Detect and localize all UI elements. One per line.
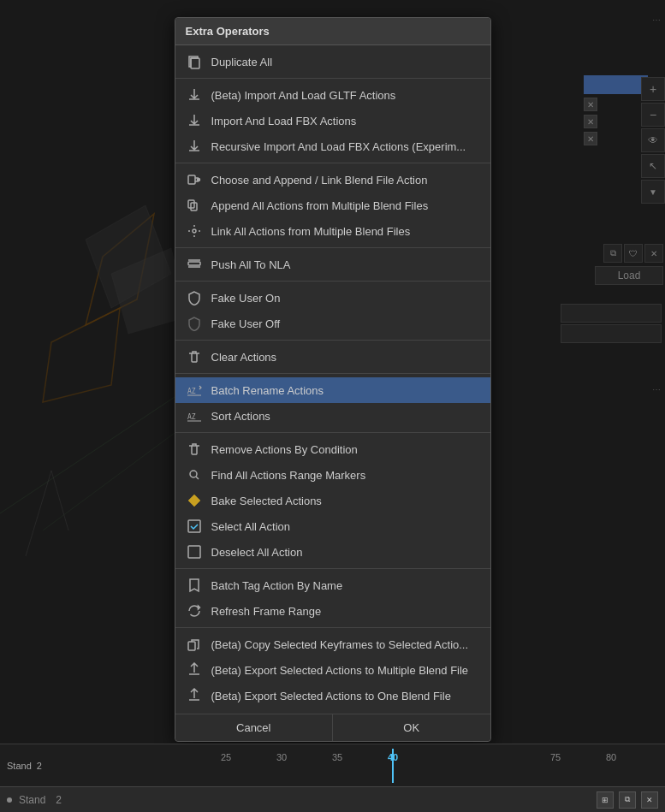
ok-button[interactable]: OK [333,714,490,741]
menu-item-recursive-fbx-label: Recursive Import And Load FBX Actions (E… [211,140,480,153]
divider-5 [175,340,490,341]
menu-item-duplicate-all-label: Duplicate All [211,56,480,68]
menu-item-fake-user-off[interactable]: Fake User Off [175,311,490,336]
tl-marker-30: 30 [276,752,287,762]
link-icon [186,222,203,240]
menu-item-refresh-frame-range-label: Refresh Frame Range [211,605,480,618]
menu-item-clear-actions[interactable]: Clear Actions [175,344,490,370]
menu-item-find-range-markers[interactable]: Find All Actions Range Markers [175,462,490,488]
menu-item-select-all[interactable]: Select All Action [175,513,490,539]
status-action-name: Stand [19,794,45,806]
bookmark-icon [186,577,203,594]
az-sort-icon: AZ [186,407,203,424]
refresh-icon [186,602,203,619]
svg-rect-22 [188,546,200,558]
tl-marker-75: 75 [550,752,561,762]
menu-item-push-nla-label: Push All To NLA [211,258,480,271]
menu-item-beta-copy-kf-label: (Beta) Copy Selected Keyframes to Select… [211,638,480,651]
menu-item-bake-selected[interactable]: Bake Selected Actions [175,488,490,513]
menu-item-select-all-label: Select All Action [211,520,480,533]
modal-overlay: Extra Operators Duplicate All [0,0,665,812]
timeline-numbers[interactable]: 25 30 35 40 75 80 [221,749,658,783]
export-multi-icon [186,661,203,679]
import-gltf-icon [186,86,203,104]
menu-item-choose-append[interactable]: Choose and Append / Link Blend File Acti… [175,167,490,193]
trash-icon [186,348,203,365]
status-frame: 2 [56,794,62,806]
shield-on-icon [186,289,203,306]
append-icon [186,171,203,188]
cancel-button[interactable]: Cancel [175,714,334,741]
menu-item-bake-selected-label: Bake Selected Actions [211,495,480,507]
menu-item-clear-actions-label: Clear Actions [211,351,480,364]
shield-off-icon [186,315,203,332]
svg-rect-14 [188,262,200,265]
bottom-expand-btn[interactable]: ⧉ [619,791,636,809]
menu-item-beta-gltf-label: (Beta) Import And Load GLTF Actions [211,89,480,102]
remove-condition-icon [186,441,203,458]
find-markers-icon [186,466,203,483]
tl-marker-25: 25 [221,752,231,762]
menu-item-link-all-label: Link All Actions from Multiple Blend Fil… [211,225,480,238]
menu-item-append-all-label: Append All Actions from Multiple Blend F… [211,199,480,212]
menu-item-refresh-frame-range[interactable]: Refresh Frame Range [175,598,490,624]
svg-marker-20 [188,495,200,507]
recursive-import-icon [186,138,203,155]
bottom-close-btn[interactable]: ✕ [641,791,658,809]
menu-item-beta-copy-kf[interactable]: (Beta) Copy Selected Keyframes to Select… [175,631,490,657]
menu-item-fake-user-on-label: Fake User On [211,292,480,305]
timeline-area[interactable]: Stand 2 25 30 35 40 75 80 [0,744,665,786]
menu-item-batch-tag[interactable]: Batch Tag Action By Name [175,572,490,598]
divider-7 [175,432,490,433]
status-dot [7,797,12,803]
menu-item-import-fbx-label: Import And Load FBX Actions [211,115,480,127]
divider-1 [175,78,490,79]
menu-item-fake-user-on[interactable]: Fake User On [175,285,490,311]
menu-item-beta-gltf[interactable]: (Beta) Import And Load GLTF Actions [175,82,490,108]
menu-item-beta-export-multi[interactable]: (Beta) Export Selected Actions to Multip… [175,657,490,683]
svg-rect-23 [188,642,195,650]
menu-item-batch-rename-label: Batch Rename Actions [211,384,480,397]
bottom-right-icons: ⊞ ⧉ ✕ [597,791,658,809]
menu-item-recursive-fbx[interactable]: Recursive Import And Load FBX Actions (E… [175,133,490,159]
menu-item-import-fbx[interactable]: Import And Load FBX Actions [175,108,490,133]
export-one-icon [186,687,203,704]
menu-item-batch-rename[interactable]: AZ Batch Rename Actions [175,377,490,403]
svg-rect-10 [188,175,195,184]
menu-item-choose-append-label: Choose and Append / Link Blend File Acti… [211,174,480,187]
copy-icon [186,53,203,70]
divider-8 [175,568,490,569]
menu-item-sort-actions[interactable]: AZ Sort Actions [175,403,490,429]
menu-item-fake-user-off-label: Fake User Off [211,317,480,330]
copy-keyframes-icon [186,636,203,653]
menu-item-duplicate-all[interactable]: Duplicate All [175,49,490,74]
svg-text:AZ: AZ [187,413,196,421]
menu-item-find-range-markers-label: Find All Actions Range Markers [211,469,480,482]
menu-item-sort-actions-label: Sort Actions [211,410,480,423]
menu-item-deselect-all-label: Deselect All Action [211,546,480,559]
menu-item-beta-export-multi-label: (Beta) Export Selected Actions to Multip… [211,664,480,677]
svg-text:AZ: AZ [187,388,196,395]
menu-item-remove-by-condition[interactable]: Remove Actions By Condition [175,436,490,462]
divider-9 [175,627,490,628]
menu-item-remove-by-condition-label: Remove Actions By Condition [211,443,480,456]
menu-item-deselect-all[interactable]: Deselect All Action [175,539,490,565]
tl-marker-35: 35 [332,752,342,762]
nla-icon [186,256,203,273]
svg-point-19 [190,471,197,477]
timeline-cursor [392,749,394,783]
menu-item-link-all[interactable]: Link All Actions from Multiple Blend Fil… [175,218,490,244]
append-multi-icon [186,197,203,214]
svg-rect-9 [191,58,199,68]
az-rename-icon: AZ [186,382,203,399]
bottom-status-bar: Stand 2 ⊞ ⧉ ✕ [0,786,665,812]
menu-item-append-all[interactable]: Append All Actions from Multiple Blend F… [175,193,490,218]
menu-item-push-nla[interactable]: Push All To NLA [175,252,490,277]
divider-6 [175,373,490,374]
bottom-grid-btn[interactable]: ⊞ [597,791,614,809]
tl-marker-80: 80 [606,752,616,762]
extra-operators-popup: Extra Operators Duplicate All [175,17,491,742]
timeline-action-label: Stand [7,761,32,771]
menu-item-beta-export-one[interactable]: (Beta) Export Selected Actions to One Bl… [175,683,490,708]
popup-footer: Cancel OK [175,714,490,741]
